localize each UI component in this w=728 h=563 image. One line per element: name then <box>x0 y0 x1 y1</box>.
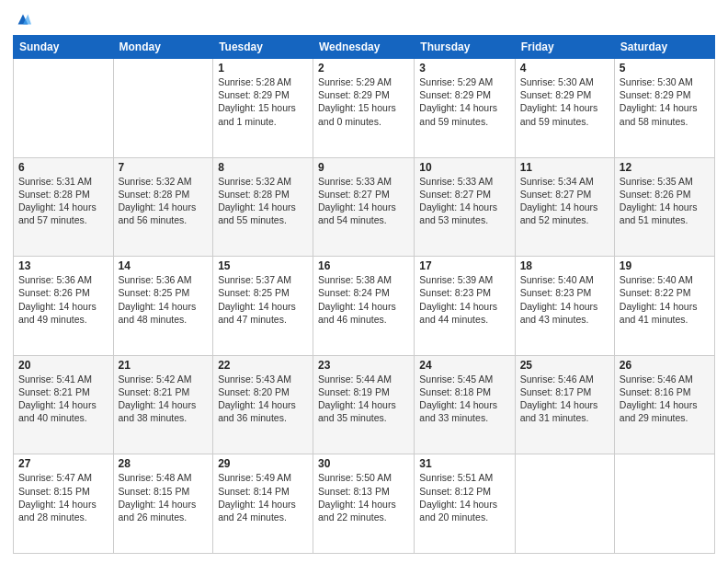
day-info: Sunrise: 5:46 AMSunset: 8:17 PMDaylight:… <box>520 373 609 425</box>
day-number: 5 <box>620 62 710 75</box>
calendar-cell: 31Sunrise: 5:51 AMSunset: 8:12 PMDayligh… <box>415 454 515 554</box>
day-info: Sunrise: 5:33 AMSunset: 8:27 PMDaylight:… <box>419 175 509 227</box>
day-info: Sunrise: 5:49 AMSunset: 8:14 PMDaylight:… <box>218 471 308 523</box>
day-number: 11 <box>520 161 609 174</box>
logo <box>13 9 31 28</box>
calendar-cell: 3Sunrise: 5:29 AMSunset: 8:29 PMDaylight… <box>415 59 515 158</box>
calendar-cell: 5Sunrise: 5:30 AMSunset: 8:29 PMDaylight… <box>614 59 714 158</box>
logo-icon <box>15 11 31 28</box>
day-number: 2 <box>318 62 409 75</box>
day-number: 22 <box>218 359 308 372</box>
day-info: Sunrise: 5:37 AMSunset: 8:25 PMDaylight:… <box>218 273 308 326</box>
day-info: Sunrise: 5:28 AMSunset: 8:29 PMDaylight:… <box>218 75 308 128</box>
day-number: 24 <box>419 359 509 372</box>
day-info: Sunrise: 5:36 AMSunset: 8:25 PMDaylight:… <box>119 273 209 326</box>
day-info: Sunrise: 5:41 AMSunset: 8:21 PMDaylight:… <box>18 373 108 425</box>
day-number: 30 <box>318 457 409 470</box>
calendar-cell: 13Sunrise: 5:36 AMSunset: 8:26 PMDayligh… <box>14 257 114 356</box>
calendar-cell: 30Sunrise: 5:50 AMSunset: 8:13 PMDayligh… <box>313 454 415 554</box>
calendar-cell: 19Sunrise: 5:40 AMSunset: 8:22 PMDayligh… <box>614 257 714 356</box>
calendar-cell: 12Sunrise: 5:35 AMSunset: 8:26 PMDayligh… <box>614 157 714 257</box>
day-number: 8 <box>218 161 308 174</box>
day-number: 6 <box>18 161 108 174</box>
day-info: Sunrise: 5:44 AMSunset: 8:19 PMDaylight:… <box>318 373 409 425</box>
calendar-cell: 28Sunrise: 5:48 AMSunset: 8:15 PMDayligh… <box>113 454 213 554</box>
weekday-header: Wednesday <box>313 36 415 59</box>
calendar-cell: 2Sunrise: 5:29 AMSunset: 8:29 PMDaylight… <box>313 59 415 158</box>
calendar-cell <box>614 454 714 554</box>
calendar-cell: 10Sunrise: 5:33 AMSunset: 8:27 PMDayligh… <box>415 157 515 257</box>
day-info: Sunrise: 5:29 AMSunset: 8:29 PMDaylight:… <box>419 75 509 128</box>
day-info: Sunrise: 5:32 AMSunset: 8:28 PMDaylight:… <box>218 175 308 227</box>
calendar-cell <box>14 59 114 158</box>
day-info: Sunrise: 5:43 AMSunset: 8:20 PMDaylight:… <box>218 373 308 425</box>
day-info: Sunrise: 5:33 AMSunset: 8:27 PMDaylight:… <box>318 175 409 227</box>
day-info: Sunrise: 5:48 AMSunset: 8:15 PMDaylight:… <box>119 471 209 523</box>
day-info: Sunrise: 5:38 AMSunset: 8:24 PMDaylight:… <box>318 273 409 326</box>
calendar: SundayMondayTuesdayWednesdayThursdayFrid… <box>13 35 715 554</box>
day-number: 20 <box>18 359 108 372</box>
calendar-cell: 22Sunrise: 5:43 AMSunset: 8:20 PMDayligh… <box>213 355 313 454</box>
day-info: Sunrise: 5:40 AMSunset: 8:23 PMDaylight:… <box>520 273 609 326</box>
day-number: 16 <box>318 259 409 272</box>
day-number: 19 <box>620 259 710 272</box>
day-number: 12 <box>620 161 710 174</box>
day-number: 4 <box>520 62 609 75</box>
day-info: Sunrise: 5:30 AMSunset: 8:29 PMDaylight:… <box>620 75 710 128</box>
day-number: 25 <box>520 359 609 372</box>
weekday-header: Saturday <box>614 36 714 59</box>
calendar-cell: 1Sunrise: 5:28 AMSunset: 8:29 PMDaylight… <box>213 59 313 158</box>
day-info: Sunrise: 5:31 AMSunset: 8:28 PMDaylight:… <box>18 175 108 227</box>
day-info: Sunrise: 5:39 AMSunset: 8:23 PMDaylight:… <box>419 273 509 326</box>
day-number: 31 <box>419 457 509 470</box>
day-number: 17 <box>419 259 509 272</box>
calendar-cell <box>515 454 614 554</box>
day-info: Sunrise: 5:45 AMSunset: 8:18 PMDaylight:… <box>419 373 509 425</box>
day-number: 3 <box>419 62 509 75</box>
calendar-cell: 6Sunrise: 5:31 AMSunset: 8:28 PMDaylight… <box>14 157 114 257</box>
day-info: Sunrise: 5:47 AMSunset: 8:15 PMDaylight:… <box>18 471 108 523</box>
calendar-header-row: SundayMondayTuesdayWednesdayThursdayFrid… <box>14 36 715 59</box>
calendar-cell: 7Sunrise: 5:32 AMSunset: 8:28 PMDaylight… <box>113 157 213 257</box>
calendar-cell: 14Sunrise: 5:36 AMSunset: 8:25 PMDayligh… <box>113 257 213 356</box>
weekday-header: Thursday <box>415 36 515 59</box>
calendar-cell: 11Sunrise: 5:34 AMSunset: 8:27 PMDayligh… <box>515 157 614 257</box>
day-number: 21 <box>119 359 209 372</box>
day-info: Sunrise: 5:29 AMSunset: 8:29 PMDaylight:… <box>318 75 409 128</box>
day-info: Sunrise: 5:46 AMSunset: 8:16 PMDaylight:… <box>620 373 710 425</box>
day-number: 9 <box>318 161 409 174</box>
day-number: 14 <box>119 259 209 272</box>
calendar-cell: 26Sunrise: 5:46 AMSunset: 8:16 PMDayligh… <box>614 355 714 454</box>
calendar-week-row: 6Sunrise: 5:31 AMSunset: 8:28 PMDaylight… <box>14 157 715 257</box>
calendar-cell: 9Sunrise: 5:33 AMSunset: 8:27 PMDaylight… <box>313 157 415 257</box>
calendar-cell: 27Sunrise: 5:47 AMSunset: 8:15 PMDayligh… <box>14 454 114 554</box>
day-info: Sunrise: 5:40 AMSunset: 8:22 PMDaylight:… <box>620 273 710 326</box>
calendar-week-row: 27Sunrise: 5:47 AMSunset: 8:15 PMDayligh… <box>14 454 715 554</box>
day-info: Sunrise: 5:30 AMSunset: 8:29 PMDaylight:… <box>520 75 609 128</box>
day-info: Sunrise: 5:50 AMSunset: 8:13 PMDaylight:… <box>318 471 409 523</box>
calendar-cell: 24Sunrise: 5:45 AMSunset: 8:18 PMDayligh… <box>415 355 515 454</box>
calendar-week-row: 20Sunrise: 5:41 AMSunset: 8:21 PMDayligh… <box>14 355 715 454</box>
day-number: 7 <box>119 161 209 174</box>
weekday-header: Friday <box>515 36 614 59</box>
calendar-cell <box>113 59 213 158</box>
header <box>13 9 715 28</box>
calendar-cell: 25Sunrise: 5:46 AMSunset: 8:17 PMDayligh… <box>515 355 614 454</box>
calendar-cell: 23Sunrise: 5:44 AMSunset: 8:19 PMDayligh… <box>313 355 415 454</box>
day-info: Sunrise: 5:35 AMSunset: 8:26 PMDaylight:… <box>620 175 710 227</box>
day-number: 1 <box>218 62 308 75</box>
day-number: 15 <box>218 259 308 272</box>
calendar-cell: 8Sunrise: 5:32 AMSunset: 8:28 PMDaylight… <box>213 157 313 257</box>
calendar-week-row: 13Sunrise: 5:36 AMSunset: 8:26 PMDayligh… <box>14 257 715 356</box>
calendar-cell: 18Sunrise: 5:40 AMSunset: 8:23 PMDayligh… <box>515 257 614 356</box>
day-number: 10 <box>419 161 509 174</box>
day-info: Sunrise: 5:51 AMSunset: 8:12 PMDaylight:… <box>419 471 509 523</box>
day-info: Sunrise: 5:36 AMSunset: 8:26 PMDaylight:… <box>18 273 108 326</box>
day-number: 18 <box>520 259 609 272</box>
weekday-header: Tuesday <box>213 36 313 59</box>
day-info: Sunrise: 5:42 AMSunset: 8:21 PMDaylight:… <box>119 373 209 425</box>
day-info: Sunrise: 5:34 AMSunset: 8:27 PMDaylight:… <box>520 175 609 227</box>
calendar-cell: 29Sunrise: 5:49 AMSunset: 8:14 PMDayligh… <box>213 454 313 554</box>
day-info: Sunrise: 5:32 AMSunset: 8:28 PMDaylight:… <box>119 175 209 227</box>
calendar-cell: 21Sunrise: 5:42 AMSunset: 8:21 PMDayligh… <box>113 355 213 454</box>
